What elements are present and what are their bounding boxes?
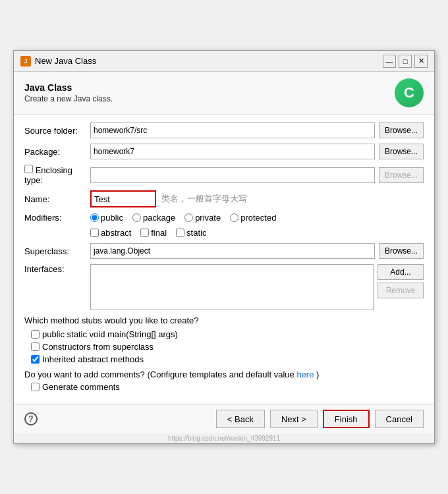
eclipse-logo: C bbox=[395, 78, 424, 107]
stub-inherited-checkbox[interactable] bbox=[31, 355, 40, 364]
name-label: Name: bbox=[24, 194, 90, 204]
comments-section: Do you want to add comments? (Configure … bbox=[24, 370, 424, 392]
stub-main-option[interactable]: public static void main(String[] args) bbox=[31, 329, 424, 339]
enclosing-type-input[interactable] bbox=[90, 167, 375, 183]
interfaces-buttons: Add... Remove bbox=[378, 264, 424, 298]
enclosing-type-row: Enclosing type: Browse... bbox=[24, 165, 424, 185]
package-row: Package: Browse... bbox=[24, 144, 424, 159]
source-folder-browse-button[interactable]: Browse... bbox=[379, 123, 424, 138]
form-content: Source folder: Browse... Package: Browse… bbox=[14, 115, 434, 404]
modifier-abstract-checkbox[interactable] bbox=[90, 229, 99, 237]
generate-comments-row: Generate comments bbox=[24, 382, 424, 392]
name-input[interactable] bbox=[90, 190, 156, 207]
java-icon: J bbox=[20, 56, 31, 67]
modifier-protected-radio[interactable] bbox=[230, 213, 238, 222]
name-row: Name: 类名，一般首字母大写 bbox=[24, 190, 424, 207]
footer-left: ? bbox=[24, 412, 38, 425]
modifier-public-radio[interactable] bbox=[90, 213, 99, 222]
modifiers-row2: abstract final static bbox=[24, 228, 424, 238]
source-folder-label: Source folder: bbox=[24, 126, 90, 136]
interfaces-label: Interfaces: bbox=[24, 264, 90, 274]
stub-constructors-option[interactable]: Constructors from superclass bbox=[31, 342, 424, 352]
new-java-class-dialog: J New Java Class — □ ✕ Java Class Create… bbox=[13, 50, 435, 444]
interfaces-box bbox=[90, 264, 374, 310]
modifiers-row: Modifiers: public package private protec… bbox=[24, 213, 424, 223]
next-button[interactable]: Next > bbox=[270, 410, 318, 428]
finish-button[interactable]: Finish bbox=[323, 410, 370, 428]
here-link[interactable]: here bbox=[296, 370, 314, 379]
generate-comments-checkbox[interactable] bbox=[31, 383, 40, 391]
interfaces-remove-button[interactable]: Remove bbox=[378, 283, 424, 298]
modifier-static-option[interactable]: static bbox=[176, 228, 206, 238]
enclosing-type-browse-button[interactable]: Browse... bbox=[379, 167, 424, 183]
superclass-row: Superclass: Browse... bbox=[24, 243, 424, 259]
superclass-label: Superclass: bbox=[24, 246, 90, 256]
window-controls: — □ ✕ bbox=[383, 55, 428, 68]
title-bar-left: J New Java Class bbox=[20, 56, 96, 67]
superclass-browse-button[interactable]: Browse... bbox=[379, 243, 424, 259]
footer-buttons: < Back Next > Finish Cancel bbox=[216, 410, 424, 428]
modifier-static-checkbox[interactable] bbox=[176, 229, 184, 237]
package-input[interactable] bbox=[90, 144, 375, 159]
modifiers-group: public package private protected bbox=[90, 213, 276, 223]
interfaces-add-button[interactable]: Add... bbox=[378, 264, 424, 280]
comments-question: Do you want to add comments? (Configure … bbox=[24, 370, 424, 379]
dialog-title: New Java Class bbox=[35, 56, 96, 66]
modifiers-label: Modifiers: bbox=[24, 213, 90, 223]
close-button[interactable]: ✕ bbox=[414, 55, 428, 68]
stubs-question: Which method stubs would you like to cre… bbox=[24, 316, 424, 325]
header-text: Java Class Create a new Java class. bbox=[24, 82, 113, 103]
cancel-button[interactable]: Cancel bbox=[375, 410, 424, 428]
footer: ? < Back Next > Finish Cancel bbox=[14, 404, 434, 433]
maximize-button[interactable]: □ bbox=[399, 55, 412, 68]
enclosing-type-checkbox[interactable] bbox=[24, 165, 33, 173]
enclosing-type-label: Enclosing type: bbox=[24, 165, 90, 185]
stub-constructors-checkbox[interactable] bbox=[31, 343, 40, 351]
modifier-protected-option[interactable]: protected bbox=[230, 213, 276, 223]
modifier-final-option[interactable]: final bbox=[140, 228, 167, 238]
modifier-private-radio[interactable] bbox=[184, 213, 193, 222]
interfaces-row: Interfaces: Add... Remove bbox=[24, 264, 424, 310]
watermark: https://blog.csdn.net/weixin_43992911 bbox=[14, 433, 434, 443]
modifier-private-option[interactable]: private bbox=[184, 213, 221, 223]
source-folder-row: Source folder: Browse... bbox=[24, 123, 424, 138]
modifier-package-radio[interactable] bbox=[132, 213, 141, 222]
name-hint: 类名，一般首字母大写 bbox=[161, 193, 247, 205]
modifier-abstract-option[interactable]: abstract bbox=[90, 228, 131, 238]
help-button[interactable]: ? bbox=[24, 412, 38, 425]
stub-inherited-option[interactable]: Inherited abstract methods bbox=[31, 354, 424, 364]
source-folder-input[interactable] bbox=[90, 123, 375, 138]
modifier-public-option[interactable]: public bbox=[90, 213, 123, 223]
back-button[interactable]: < Back bbox=[216, 410, 265, 428]
modifier-package-option[interactable]: package bbox=[132, 213, 175, 223]
title-bar: J New Java Class — □ ✕ bbox=[14, 51, 434, 72]
package-label: Package: bbox=[24, 147, 90, 157]
name-input-wrapper: 类名，一般首字母大写 bbox=[90, 190, 424, 207]
modifier-final-checkbox[interactable] bbox=[140, 229, 149, 237]
header-title: Java Class bbox=[24, 82, 113, 93]
stub-main-checkbox[interactable] bbox=[31, 330, 40, 339]
package-browse-button[interactable]: Browse... bbox=[379, 144, 424, 159]
minimize-button[interactable]: — bbox=[383, 55, 396, 68]
superclass-input[interactable] bbox=[90, 243, 375, 259]
modifiers-group2: abstract final static bbox=[90, 228, 206, 238]
header-subtitle: Create a new Java class. bbox=[24, 94, 113, 103]
stubs-section: public static void main(String[] args) C… bbox=[24, 329, 424, 364]
header-section: Java Class Create a new Java class. C bbox=[14, 72, 434, 115]
